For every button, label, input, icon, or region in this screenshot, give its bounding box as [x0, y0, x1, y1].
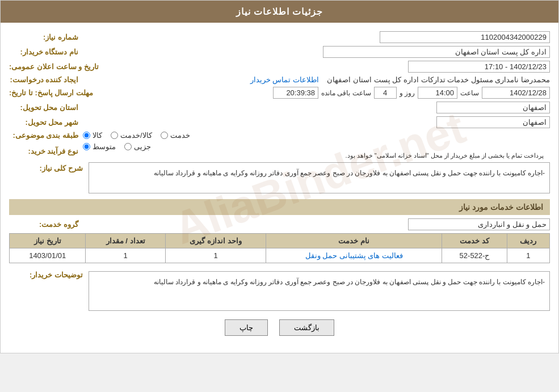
buyer-org-input: اداره کل پست استان اصفهان: [323, 46, 550, 58]
deadline-value: 1402/12/28 ساعت 14:00 روز و 4 ساعت باقی …: [98, 87, 550, 99]
row-date: 1403/01/01: [10, 248, 86, 263]
buyer-org-row: نام دستگاه خریدار: اداره کل پست استان اص…: [9, 46, 550, 58]
city-label: شهر محل تحویل:: [9, 118, 83, 127]
announcement-date-input: 1402/12/23 - 17:10: [408, 61, 550, 73]
services-table: ردیف کد خدمت نام خدمت واحد اندازه گیری ت…: [9, 233, 550, 263]
table-row: 1 ح-522-52 فعالیت های پشتیبانی حمل ونقل …: [10, 248, 550, 263]
deadline-days-label: روز و: [400, 89, 415, 97]
process-radio-group: متوسط جزیی: [83, 142, 550, 151]
province-label: استان محل تحویل:: [9, 103, 83, 112]
deadline-date-row: 1402/12/28 ساعت 14:00 روز و 4 ساعت باقی …: [98, 87, 550, 99]
process-motavasset-radio[interactable]: [83, 143, 90, 150]
page-header: جزئیات اطلاعات نیاز: [1, 1, 558, 23]
announcement-date-value: 1402/12/23 - 17:10: [103, 61, 550, 73]
service-group-value: حمل و نقل و انبارداری: [83, 218, 550, 230]
city-value: اصفهان: [83, 116, 550, 128]
deadline-remaining-input: 20:39:38: [273, 87, 318, 99]
col-header-code: کد خدمت: [442, 234, 507, 248]
category-kala-khedmat-label: کالا/خدمت: [120, 131, 152, 140]
process-jozii-label: جزیی: [134, 142, 151, 151]
city-input: اصفهان: [436, 116, 550, 128]
deadline-time-label: ساعت: [460, 89, 479, 97]
deadline-days-input: 4: [374, 87, 397, 99]
process-option-motavasset[interactable]: متوسط: [83, 142, 116, 151]
need-description-box: AliaBinder.net -اجاره کامیونت با راننده …: [89, 162, 550, 193]
province-row: استان محل تحویل: اصفهان: [9, 102, 550, 113]
row-name[interactable]: فعالیت های پشتیبانی حمل ونقل: [266, 248, 442, 263]
category-kala-label: کالا: [93, 131, 102, 140]
need-number-input: 1102004342000229: [380, 31, 550, 43]
announcement-date-row: تاریخ و ساعت اعلان عمومی: 1402/12/23 - 1…: [9, 61, 550, 73]
category-khedmat-label: خدمت: [170, 131, 190, 140]
category-kala-radio[interactable]: [83, 132, 90, 139]
city-row: شهر محل تحویل: اصفهان: [9, 116, 550, 128]
row-unit: 1: [165, 248, 266, 263]
category-option-khedmat[interactable]: خدمت: [161, 131, 190, 140]
announcement-date-label: تاریخ و ساعت اعلان عمومی:: [9, 62, 103, 71]
category-row: طبقه بندی موضوعی: کالا کالا/خدمت خدمت: [9, 131, 550, 140]
need-number-value: 1102004342000229: [83, 31, 550, 43]
col-header-unit: واحد اندازه گیری: [165, 234, 266, 248]
need-description-label: شرح کلی نیاز:: [9, 162, 83, 172]
province-value: اصفهان: [83, 102, 550, 113]
creator-name: محمدرضا نامداری مسئول خدمات تدارکات ادار…: [327, 75, 550, 84]
services-section-title: اطلاعات خدمات مورد نیاز: [9, 199, 550, 215]
print-button[interactable]: چاپ: [225, 319, 268, 336]
service-group-label: گروه خدمت:: [9, 220, 83, 229]
process-option-jozii[interactable]: جزیی: [124, 142, 151, 151]
process-row: نوع فرآیند خرید: متوسط جزیی پرداخت تمام …: [9, 142, 550, 159]
need-description-content: AliaBinder.net -اجاره کامیونت با راننده …: [89, 162, 550, 193]
buyer-description-box: -اجاره کامیونت با راننده جهت حمل و نقل پ…: [89, 271, 550, 311]
process-value: متوسط جزیی پرداخت تمام یا بخشی از مبلغ خ…: [83, 142, 550, 159]
back-button[interactable]: بازگشت: [279, 319, 334, 336]
buyer-description-text: -اجاره کامیونت با راننده جهت حمل و نقل پ…: [154, 278, 545, 286]
row-quantity: 1: [86, 248, 166, 263]
services-table-header: ردیف کد خدمت نام خدمت واحد اندازه گیری ت…: [10, 234, 550, 248]
service-group-row: گروه خدمت: حمل و نقل و انبارداری: [9, 218, 550, 230]
col-header-row: ردیف: [507, 234, 549, 248]
deadline-remaining-label: ساعت باقی مانده: [321, 89, 371, 97]
buyer-description-section: توضیحات خریدار: -اجاره کامیونت با راننده…: [9, 269, 550, 311]
process-label: نوع فرآیند خرید:: [9, 147, 83, 155]
row-code: ح-522-52: [442, 248, 507, 263]
col-header-name: نام خدمت: [266, 234, 442, 248]
deadline-date-input: 1402/12/28: [482, 87, 550, 99]
need-description-section: شرح کلی نیاز: AliaBinder.net -اجاره کامی…: [9, 162, 550, 193]
need-number-label: شماره نیاز:: [9, 33, 83, 41]
creator-label: ایجاد کننده درخواست:: [9, 75, 83, 84]
deadline-row: مهلت ارسال پاسخ: تا تاریخ: 1402/12/28 سا…: [9, 87, 550, 99]
process-note: پرداخت تمام یا بخشی از مبلغ خریدار از مح…: [346, 152, 544, 159]
need-number-row: شماره نیاز: 1102004342000229: [9, 31, 550, 43]
page-wrapper: جزئیات اطلاعات نیاز شماره نیاز: 11020043…: [0, 0, 559, 353]
service-group-input: حمل و نقل و انبارداری: [408, 218, 550, 230]
category-option-kala[interactable]: کالا: [83, 131, 102, 140]
buttons-row: بازگشت چاپ: [9, 319, 550, 336]
col-header-quantity: تعداد / مقدار: [86, 234, 166, 248]
page-title: جزئیات اطلاعات نیاز: [236, 7, 323, 16]
category-khedmat-radio[interactable]: [161, 132, 168, 139]
category-label: طبقه بندی موضوعی:: [9, 131, 83, 140]
contact-link[interactable]: اطلاعات تماس خریدار: [250, 75, 319, 84]
buyer-description-label: توضیحات خریدار:: [9, 269, 83, 279]
need-description-text: -اجاره کامیونت با راننده جهت حمل و نقل پ…: [154, 169, 545, 177]
deadline-label: مهلت ارسال پاسخ: تا تاریخ:: [9, 88, 98, 97]
col-header-date: تاریخ نیاز: [10, 234, 86, 248]
category-value: کالا کالا/خدمت خدمت: [83, 131, 550, 140]
category-option-kala-khedmat[interactable]: کالا/خدمت: [111, 131, 152, 140]
category-radio-group: کالا کالا/خدمت خدمت: [83, 131, 550, 140]
buyer-org-value: اداره کل پست استان اصفهان: [83, 46, 550, 58]
creator-row: ایجاد کننده درخواست: محمدرضا نامداری مسئ…: [9, 75, 550, 84]
deadline-time-input: 14:00: [418, 87, 457, 99]
content-area: شماره نیاز: 1102004342000229 نام دستگاه …: [1, 23, 558, 353]
process-motavasset-label: متوسط: [93, 142, 116, 151]
process-jozii-radio[interactable]: [124, 143, 132, 150]
province-input: اصفهان: [436, 102, 550, 113]
buyer-description-content: -اجاره کامیونت با راننده جهت حمل و نقل پ…: [89, 269, 550, 311]
buyer-org-label: نام دستگاه خریدار:: [9, 48, 83, 56]
category-kala-khedmat-radio[interactable]: [111, 132, 118, 139]
creator-value: محمدرضا نامداری مسئول خدمات تدارکات ادار…: [83, 75, 550, 84]
row-number: 1: [507, 248, 549, 263]
